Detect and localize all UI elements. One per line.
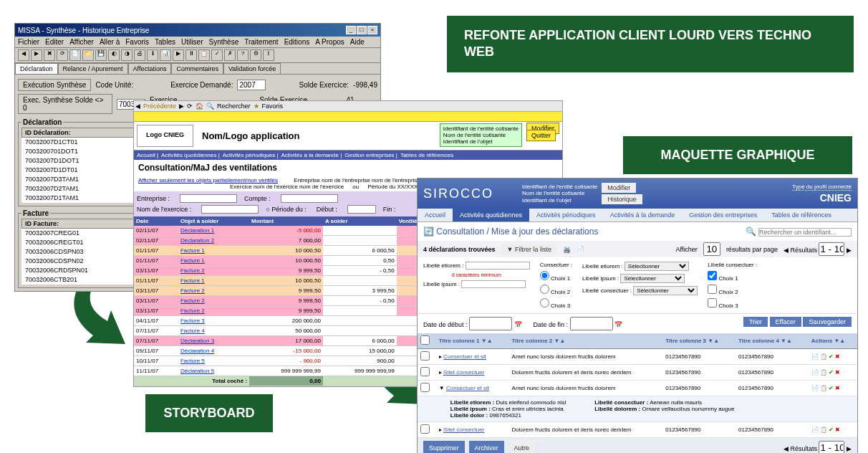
exercice-demande-input[interactable] xyxy=(237,80,266,90)
home-icon[interactable]: 🏠 xyxy=(196,102,203,110)
toolbar-icon[interactable]: 📋 xyxy=(198,49,210,61)
entreprise-input[interactable] xyxy=(180,194,237,203)
exec-solde-button[interactable]: Exec. Synthèse Solde <> 0 xyxy=(18,94,112,114)
choix2-radio[interactable] xyxy=(540,285,549,294)
row-checkbox[interactable] xyxy=(420,351,430,361)
filter-list-button[interactable]: ▼ Filtrer la liste xyxy=(501,244,557,254)
row-link[interactable]: Sitet consectuer xyxy=(443,426,484,433)
nav-item[interactable]: Accueil | xyxy=(137,152,158,158)
toolbar-icon[interactable]: ◑ xyxy=(121,49,132,61)
range-input[interactable] xyxy=(819,242,844,256)
object-link[interactable]: Facture 1 xyxy=(180,257,205,264)
tab[interactable]: Affectations xyxy=(128,63,172,74)
table-row[interactable]: ▸ Consectuer et sitAmet nunc lorsis dolo… xyxy=(418,349,857,365)
supprimer-button[interactable]: Supprimer xyxy=(423,441,465,453)
menu-item[interactable]: Tables xyxy=(155,38,175,46)
nav-item[interactable]: Activités quotidiennes xyxy=(453,209,529,221)
col-header[interactable]: Actions ▼▲ xyxy=(809,333,857,349)
toolbar-icon[interactable]: ⏸ xyxy=(185,49,197,61)
toolbar-icon[interactable]: ▶ xyxy=(31,49,42,61)
object-link[interactable]: Facture 1 xyxy=(180,247,205,254)
nav-item[interactable]: Activités périodiques | xyxy=(223,152,279,158)
nav-item[interactable]: Activités quotidiennes | xyxy=(161,152,220,158)
nav-item[interactable]: Tables de références xyxy=(400,152,453,158)
link-afficher-objets[interactable]: Afficher seulement les objets partiellem… xyxy=(138,177,278,183)
toolbar-icon[interactable]: 📊 xyxy=(160,49,171,61)
toolbar-icon[interactable]: 📁 xyxy=(82,49,94,61)
menu-item[interactable]: Synthèse xyxy=(209,38,239,46)
print-icon[interactable]: 🖨️ xyxy=(563,246,571,253)
search-input[interactable] xyxy=(758,228,852,237)
object-link[interactable]: Déclaration 1 xyxy=(180,227,214,234)
toolbar-icon[interactable]: ℹ xyxy=(147,49,158,61)
nav-item[interactable]: Gestion entreprises | xyxy=(344,152,397,158)
toolbar-icon[interactable]: ◀ xyxy=(18,49,29,61)
precedente-label[interactable]: Précédente xyxy=(143,102,176,110)
toolbar-icon[interactable]: ▶ xyxy=(173,49,184,61)
table-row[interactable]: ▼ Consectuer et sitAmet nunc lorsis dolo… xyxy=(418,381,857,396)
object-link[interactable]: Facture 1 xyxy=(180,277,205,284)
ipsum-input[interactable] xyxy=(461,280,526,288)
nom-exercice-input[interactable] xyxy=(201,205,259,214)
debut-input[interactable] xyxy=(347,205,376,214)
menu-item[interactable]: Fichier xyxy=(18,38,39,46)
ipsum-select[interactable]: Sélectionner xyxy=(620,274,685,283)
sauvegarder-button[interactable]: Sauvegarder xyxy=(803,317,852,327)
row-checkbox[interactable] xyxy=(420,383,430,392)
historique-button[interactable]: Historique xyxy=(602,194,642,204)
nav-item[interactable]: Gestion des entreprises xyxy=(682,209,764,221)
toolbar-icon[interactable]: ⚙ xyxy=(250,49,261,61)
exec-synthese-button[interactable]: Exécution Synthèse xyxy=(18,79,91,91)
back-icon[interactable]: ◀ xyxy=(135,102,140,110)
choix1-radio[interactable] xyxy=(540,271,549,280)
export-icon[interactable]: 📄 xyxy=(577,246,584,253)
object-link[interactable]: Facture 5 xyxy=(180,358,205,364)
row-link[interactable]: Sitet consectuer xyxy=(443,369,484,376)
menu-item[interactable]: Aller à xyxy=(100,38,120,46)
nav-item[interactable]: Activités à la demande xyxy=(603,209,683,221)
nav-item[interactable]: Tables de références xyxy=(764,209,839,221)
col-header[interactable]: Objet à solder xyxy=(178,216,249,226)
object-link[interactable]: Déclaration 4 xyxy=(180,348,214,354)
toolbar-icon[interactable]: ℓ xyxy=(263,49,274,61)
per-page-input[interactable] xyxy=(703,242,720,256)
object-link[interactable]: Facture 2 xyxy=(180,287,205,294)
nav-item[interactable]: Accueil xyxy=(418,209,453,221)
col-header[interactable]: Titre colonne 3 ▼▲ xyxy=(662,333,736,349)
toolbar-icon[interactable]: ? xyxy=(237,49,249,61)
minimize-button[interactable]: _ xyxy=(346,26,356,34)
consectuer-select[interactable]: Sélectionner xyxy=(633,286,698,295)
row-checkbox[interactable] xyxy=(420,424,430,434)
reload-icon[interactable]: ⟳ xyxy=(187,102,193,110)
etlorem-input[interactable] xyxy=(466,262,530,270)
chk-choix1[interactable] xyxy=(708,271,717,280)
menu-item[interactable]: Editions xyxy=(284,38,310,46)
object-link[interactable]: Déclaration 3 xyxy=(180,338,214,344)
object-link[interactable]: Facture 2 xyxy=(180,297,205,304)
search-icon[interactable]: 🔍 xyxy=(206,102,214,110)
nav-item[interactable]: Activités périodiques xyxy=(529,209,603,221)
object-link[interactable]: Facture 2 xyxy=(180,307,205,314)
toolbar-icon[interactable]: 💾 xyxy=(95,49,107,61)
object-link[interactable]: Facture 2 xyxy=(180,267,205,274)
autre-button[interactable]: Autre xyxy=(508,441,536,453)
toolbar-icon[interactable]: ⟳ xyxy=(57,49,68,61)
col-header[interactable]: Titre colonne 1 ▼▲ xyxy=(436,333,509,349)
row-link[interactable]: Consectuer et sit xyxy=(443,353,486,360)
effacer-button[interactable]: Effacer xyxy=(770,317,801,327)
menu-item[interactable]: Favoris xyxy=(125,38,149,46)
forward-icon[interactable]: ▶ xyxy=(179,102,184,110)
chk-choix3[interactable] xyxy=(708,298,717,307)
table-row[interactable]: ▸ Sitet consectuerDolorem fructis dolore… xyxy=(418,422,857,438)
nav-item[interactable]: Activités à la demande | xyxy=(281,152,342,158)
toolbar-icon[interactable]: ✓ xyxy=(211,49,223,61)
archiver-button[interactable]: Archiver xyxy=(469,441,504,453)
row-checkbox[interactable] xyxy=(420,367,430,376)
date-fin-input[interactable] xyxy=(570,317,613,330)
toolbar-icon[interactable]: ✗ xyxy=(224,49,236,61)
col-header[interactable]: Montant xyxy=(249,216,323,226)
col-header[interactable]: A solder xyxy=(323,216,397,226)
range-input-bottom[interactable] xyxy=(819,441,844,453)
object-link[interactable]: Facture 4 xyxy=(180,328,205,334)
etlorem-select[interactable]: Sélectionner xyxy=(625,262,689,271)
